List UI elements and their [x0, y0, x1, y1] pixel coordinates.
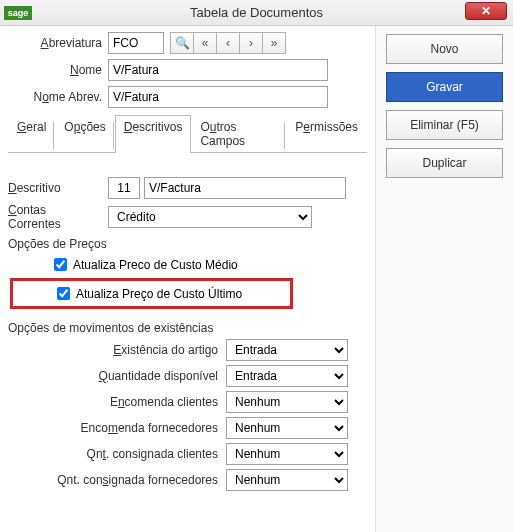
- tab-opcoes[interactable]: Opções: [55, 115, 114, 153]
- nome-abrev-input[interactable]: [108, 86, 328, 108]
- tab-permissoes[interactable]: Permissões: [286, 115, 367, 153]
- search-icon: 🔍: [175, 36, 190, 50]
- opcoes-mov-label: Opções de movimentos de existências: [8, 321, 367, 335]
- eliminar-button[interactable]: Eliminar (F5): [386, 110, 503, 140]
- qd-select[interactable]: Entrada: [226, 365, 348, 387]
- prev-button[interactable]: ‹: [216, 32, 240, 54]
- contas-correntes-label: Contas Correntes: [8, 203, 108, 231]
- opcoes-precos-label: Opções de Preços: [8, 237, 367, 251]
- nome-label: Nome: [8, 63, 108, 77]
- tab-geral[interactable]: Geral: [8, 115, 55, 153]
- search-button[interactable]: 🔍: [170, 32, 194, 54]
- contas-correntes-select[interactable]: Crédito: [108, 206, 312, 228]
- highlight-custo-ultimo: Atualiza Preço de Custo Último: [10, 278, 293, 309]
- chk-custo-ultimo[interactable]: [57, 287, 70, 300]
- tab-descritivos[interactable]: Descritivos: [115, 115, 192, 153]
- nome-abrev-label: Nome Abrev.: [8, 90, 108, 104]
- titlebar: sage Tabela de Documentos ✕: [0, 0, 513, 26]
- ec-label: Encomenda clientes: [8, 395, 226, 409]
- tab-outros[interactable]: Outros Campos: [191, 115, 286, 153]
- ec-select[interactable]: Nenhum: [226, 391, 348, 413]
- descritivo-text-input[interactable]: [144, 177, 346, 199]
- qcf-select[interactable]: Nenhum: [226, 469, 348, 491]
- duplicar-button[interactable]: Duplicar: [386, 148, 503, 178]
- qcc-select[interactable]: Nenhum: [226, 443, 348, 465]
- last-icon: »: [271, 36, 278, 50]
- chk-custo-medio[interactable]: [54, 258, 67, 271]
- nome-input[interactable]: [108, 59, 328, 81]
- close-icon: ✕: [481, 4, 491, 18]
- chk-custo-ultimo-label: Atualiza Preço de Custo Último: [76, 287, 242, 301]
- first-icon: «: [202, 36, 209, 50]
- qcf-label: Qnt. consignada fornecedores: [8, 473, 226, 487]
- descritivo-num-input[interactable]: [108, 177, 140, 199]
- ef-select[interactable]: Nenhum: [226, 417, 348, 439]
- chk-custo-medio-label: Atualiza Preco de Custo Médio: [73, 258, 238, 272]
- first-button[interactable]: «: [193, 32, 217, 54]
- exist-select[interactable]: Entrada: [226, 339, 348, 361]
- last-button[interactable]: »: [262, 32, 286, 54]
- next-button[interactable]: ›: [239, 32, 263, 54]
- abrev-input[interactable]: [108, 32, 164, 54]
- chk-custo-medio-row: Atualiza Preco de Custo Médio: [50, 255, 367, 274]
- ef-label: Encomenda fornecedores: [8, 421, 226, 435]
- prev-icon: ‹: [226, 36, 230, 50]
- descritivo-label: Descritivo: [8, 181, 108, 195]
- left-pane: AAbreviaturabreviatura 🔍 « ‹ › » Nome No…: [0, 26, 376, 532]
- novo-button[interactable]: Novo: [386, 34, 503, 64]
- abrev-label: AAbreviaturabreviatura: [8, 36, 108, 50]
- qd-label: Quantidade disponível: [8, 369, 226, 383]
- close-button[interactable]: ✕: [465, 2, 507, 20]
- next-icon: ›: [249, 36, 253, 50]
- right-pane: Novo Gravar Eliminar (F5) Duplicar: [376, 26, 513, 532]
- tabs: Geral Opções Descritivos Outros Campos P…: [8, 114, 367, 153]
- gravar-button[interactable]: Gravar: [386, 72, 503, 102]
- qcc-label: Qnt. consignada clientes: [8, 447, 226, 461]
- exist-label: Existência do artigo: [8, 343, 226, 357]
- window-title: Tabela de Documentos: [0, 5, 513, 20]
